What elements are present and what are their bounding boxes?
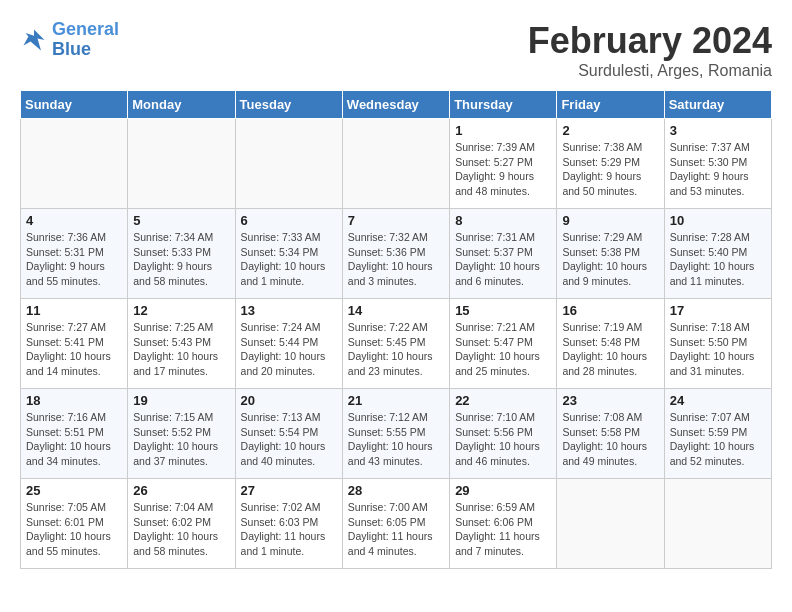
day-number: 13 [241, 303, 337, 318]
day-number: 18 [26, 393, 122, 408]
day-number: 24 [670, 393, 766, 408]
calendar-cell: 25Sunrise: 7:05 AMSunset: 6:01 PMDayligh… [21, 479, 128, 569]
day-number: 22 [455, 393, 551, 408]
day-info: Sunrise: 7:10 AMSunset: 5:56 PMDaylight:… [455, 410, 551, 469]
calendar-cell: 22Sunrise: 7:10 AMSunset: 5:56 PMDayligh… [450, 389, 557, 479]
calendar-cell: 27Sunrise: 7:02 AMSunset: 6:03 PMDayligh… [235, 479, 342, 569]
day-number: 15 [455, 303, 551, 318]
header-tuesday: Tuesday [235, 91, 342, 119]
day-number: 23 [562, 393, 658, 408]
day-number: 10 [670, 213, 766, 228]
day-number: 27 [241, 483, 337, 498]
calendar-cell: 21Sunrise: 7:12 AMSunset: 5:55 PMDayligh… [342, 389, 449, 479]
logo-icon [20, 26, 48, 54]
day-info: Sunrise: 7:24 AMSunset: 5:44 PMDaylight:… [241, 320, 337, 379]
day-info: Sunrise: 7:18 AMSunset: 5:50 PMDaylight:… [670, 320, 766, 379]
day-info: Sunrise: 7:29 AMSunset: 5:38 PMDaylight:… [562, 230, 658, 289]
day-info: Sunrise: 7:21 AMSunset: 5:47 PMDaylight:… [455, 320, 551, 379]
calendar-cell: 18Sunrise: 7:16 AMSunset: 5:51 PMDayligh… [21, 389, 128, 479]
day-number: 7 [348, 213, 444, 228]
calendar-cell: 5Sunrise: 7:34 AMSunset: 5:33 PMDaylight… [128, 209, 235, 299]
calendar-cell [664, 479, 771, 569]
day-info: Sunrise: 7:32 AMSunset: 5:36 PMDaylight:… [348, 230, 444, 289]
day-info: Sunrise: 7:13 AMSunset: 5:54 PMDaylight:… [241, 410, 337, 469]
day-info: Sunrise: 7:22 AMSunset: 5:45 PMDaylight:… [348, 320, 444, 379]
header-monday: Monday [128, 91, 235, 119]
day-number: 12 [133, 303, 229, 318]
day-info: Sunrise: 7:38 AMSunset: 5:29 PMDaylight:… [562, 140, 658, 199]
day-info: Sunrise: 7:27 AMSunset: 5:41 PMDaylight:… [26, 320, 122, 379]
day-info: Sunrise: 7:12 AMSunset: 5:55 PMDaylight:… [348, 410, 444, 469]
calendar-cell: 14Sunrise: 7:22 AMSunset: 5:45 PMDayligh… [342, 299, 449, 389]
day-info: Sunrise: 7:39 AMSunset: 5:27 PMDaylight:… [455, 140, 551, 199]
header-wednesday: Wednesday [342, 91, 449, 119]
calendar-cell: 23Sunrise: 7:08 AMSunset: 5:58 PMDayligh… [557, 389, 664, 479]
calendar-week-3: 11Sunrise: 7:27 AMSunset: 5:41 PMDayligh… [21, 299, 772, 389]
calendar-cell: 26Sunrise: 7:04 AMSunset: 6:02 PMDayligh… [128, 479, 235, 569]
header-friday: Friday [557, 91, 664, 119]
day-info: Sunrise: 7:31 AMSunset: 5:37 PMDaylight:… [455, 230, 551, 289]
calendar-cell: 15Sunrise: 7:21 AMSunset: 5:47 PMDayligh… [450, 299, 557, 389]
calendar-cell [128, 119, 235, 209]
day-info: Sunrise: 7:19 AMSunset: 5:48 PMDaylight:… [562, 320, 658, 379]
day-number: 9 [562, 213, 658, 228]
day-info: Sunrise: 7:25 AMSunset: 5:43 PMDaylight:… [133, 320, 229, 379]
day-info: Sunrise: 7:07 AMSunset: 5:59 PMDaylight:… [670, 410, 766, 469]
calendar-cell: 1Sunrise: 7:39 AMSunset: 5:27 PMDaylight… [450, 119, 557, 209]
calendar-header-row: SundayMondayTuesdayWednesdayThursdayFrid… [21, 91, 772, 119]
day-number: 4 [26, 213, 122, 228]
calendar-week-2: 4Sunrise: 7:36 AMSunset: 5:31 PMDaylight… [21, 209, 772, 299]
day-info: Sunrise: 7:16 AMSunset: 5:51 PMDaylight:… [26, 410, 122, 469]
day-info: Sunrise: 7:02 AMSunset: 6:03 PMDaylight:… [241, 500, 337, 559]
title-area: February 2024 Surdulesti, Arges, Romania [528, 20, 772, 80]
calendar-cell: 8Sunrise: 7:31 AMSunset: 5:37 PMDaylight… [450, 209, 557, 299]
svg-marker-0 [24, 29, 45, 50]
calendar-cell: 20Sunrise: 7:13 AMSunset: 5:54 PMDayligh… [235, 389, 342, 479]
day-info: Sunrise: 7:15 AMSunset: 5:52 PMDaylight:… [133, 410, 229, 469]
calendar-cell: 7Sunrise: 7:32 AMSunset: 5:36 PMDaylight… [342, 209, 449, 299]
calendar-cell: 6Sunrise: 7:33 AMSunset: 5:34 PMDaylight… [235, 209, 342, 299]
day-number: 20 [241, 393, 337, 408]
calendar-cell: 24Sunrise: 7:07 AMSunset: 5:59 PMDayligh… [664, 389, 771, 479]
logo-line1: General [52, 19, 119, 39]
day-number: 1 [455, 123, 551, 138]
day-number: 3 [670, 123, 766, 138]
day-info: Sunrise: 7:04 AMSunset: 6:02 PMDaylight:… [133, 500, 229, 559]
day-number: 25 [26, 483, 122, 498]
day-info: Sunrise: 7:34 AMSunset: 5:33 PMDaylight:… [133, 230, 229, 289]
calendar-cell [557, 479, 664, 569]
calendar-cell: 28Sunrise: 7:00 AMSunset: 6:05 PMDayligh… [342, 479, 449, 569]
logo-text: General Blue [52, 20, 119, 60]
day-number: 21 [348, 393, 444, 408]
calendar-cell: 9Sunrise: 7:29 AMSunset: 5:38 PMDaylight… [557, 209, 664, 299]
calendar-cell: 29Sunrise: 6:59 AMSunset: 6:06 PMDayligh… [450, 479, 557, 569]
day-number: 29 [455, 483, 551, 498]
calendar-cell: 10Sunrise: 7:28 AMSunset: 5:40 PMDayligh… [664, 209, 771, 299]
calendar-cell [342, 119, 449, 209]
calendar-cell [235, 119, 342, 209]
day-number: 11 [26, 303, 122, 318]
calendar-cell: 2Sunrise: 7:38 AMSunset: 5:29 PMDaylight… [557, 119, 664, 209]
calendar-cell: 4Sunrise: 7:36 AMSunset: 5:31 PMDaylight… [21, 209, 128, 299]
location-subtitle: Surdulesti, Arges, Romania [528, 62, 772, 80]
day-number: 6 [241, 213, 337, 228]
calendar-week-1: 1Sunrise: 7:39 AMSunset: 5:27 PMDaylight… [21, 119, 772, 209]
day-number: 8 [455, 213, 551, 228]
calendar-cell: 11Sunrise: 7:27 AMSunset: 5:41 PMDayligh… [21, 299, 128, 389]
calendar-cell: 19Sunrise: 7:15 AMSunset: 5:52 PMDayligh… [128, 389, 235, 479]
calendar-table: SundayMondayTuesdayWednesdayThursdayFrid… [20, 90, 772, 569]
day-number: 26 [133, 483, 229, 498]
day-number: 28 [348, 483, 444, 498]
day-info: Sunrise: 7:08 AMSunset: 5:58 PMDaylight:… [562, 410, 658, 469]
logo-line2: Blue [52, 39, 91, 59]
calendar-week-4: 18Sunrise: 7:16 AMSunset: 5:51 PMDayligh… [21, 389, 772, 479]
calendar-week-5: 25Sunrise: 7:05 AMSunset: 6:01 PMDayligh… [21, 479, 772, 569]
day-info: Sunrise: 7:00 AMSunset: 6:05 PMDaylight:… [348, 500, 444, 559]
day-number: 14 [348, 303, 444, 318]
day-number: 19 [133, 393, 229, 408]
calendar-cell: 3Sunrise: 7:37 AMSunset: 5:30 PMDaylight… [664, 119, 771, 209]
calendar-cell [21, 119, 128, 209]
month-title: February 2024 [528, 20, 772, 62]
day-info: Sunrise: 7:37 AMSunset: 5:30 PMDaylight:… [670, 140, 766, 199]
header-thursday: Thursday [450, 91, 557, 119]
